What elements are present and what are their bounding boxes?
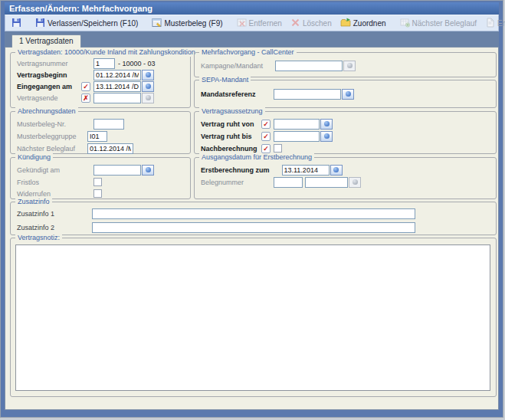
- field-row-gekuendigt-am: Gekündigt am: [11, 164, 190, 176]
- gekuendigt-am-dropdown-button[interactable]: [142, 165, 154, 176]
- vertragsnotiz-textarea[interactable]: [15, 244, 490, 391]
- vertragsende-input[interactable]: [93, 93, 141, 103]
- window-title: Erfassen/Ändern: Mehrfachvorgang: [9, 4, 152, 13]
- group-erstberechnung-title: Ausgangsdatum für Erstberechnung: [199, 153, 314, 162]
- dropdown-sphere-icon: [324, 133, 330, 139]
- kampagne-mandant-input[interactable]: [275, 61, 343, 71]
- widerrufen-checkbox[interactable]: [93, 189, 102, 198]
- field-row-vertragsbeginn: Vertragsbeginn: [11, 69, 190, 80]
- dropdown-sphere-icon: [146, 72, 151, 77]
- dropdown-sphere-icon: [353, 179, 358, 185]
- next-beleglauf-icon: [400, 18, 410, 29]
- naechster-beleglauf-label: Nächster Beleglauf: [412, 19, 477, 28]
- nachberechnung-checkbox[interactable]: [274, 144, 282, 153]
- musterbeleg-form-icon: [152, 18, 162, 29]
- group-callcenter: Mehrfachvorgang - CallCenter Kampagne/Ma…: [194, 52, 497, 77]
- vertragsbeginn-label: Vertragsbeginn: [17, 71, 81, 79]
- toolbar: Verlassen/Speichern (F10) Musterbeleg (F…: [5, 15, 499, 31]
- group-zusatzinfo: Zusatzinfo Zusatzinfo 1 Zusatzinfo 2: [10, 202, 497, 235]
- group-vertragsaussetzung-title: Vertragsaussetzung: [199, 107, 265, 116]
- erstberechnung-zum-label: Erstberechnung zum: [201, 166, 270, 174]
- field-row-naechster-beleglauf: Nächster Beleglauf: [11, 143, 190, 154]
- mandatsreferenz-input[interactable]: [274, 89, 341, 100]
- naechster-beleglauf-input[interactable]: [87, 143, 133, 154]
- group-callcenter-title: Mehrfachvorgang - CallCenter: [199, 48, 297, 57]
- dropdown-sphere-icon: [346, 91, 351, 97]
- date-set-check-icon[interactable]: ✓: [261, 144, 271, 153]
- erstberechnung-reset-label: Erstberechnung zurücksetzen: [497, 19, 505, 28]
- window-frame: Erfassen/Ändern: Mehrfachvorgang Verlass…: [0, 0, 503, 418]
- mandatsreferenz-dropdown-button[interactable]: [342, 89, 354, 100]
- vertrag-ruht-bis-dropdown-button[interactable]: [320, 131, 333, 142]
- delete-x-icon: [290, 18, 300, 29]
- nachberechnung-label: Nachberechnung: [201, 145, 261, 153]
- date-set-check-icon[interactable]: ✓: [261, 120, 271, 129]
- save-button[interactable]: [8, 16, 25, 31]
- dropdown-sphere-icon: [333, 167, 339, 172]
- gekuendigt-am-input[interactable]: [93, 165, 141, 176]
- belegnummer-combo-input[interactable]: [305, 177, 348, 188]
- tab-vertragsdaten[interactable]: 1 Vertragsdaten: [11, 34, 81, 48]
- dropdown-sphere-icon: [146, 95, 151, 100]
- erstberechnung-reset-button: Erstberechnung zurücksetzen: [481, 16, 505, 31]
- musterbeleg-label: Musterbeleg (F9): [164, 19, 222, 28]
- date-clear-cross-icon[interactable]: ✗: [81, 94, 90, 103]
- group-zusatzinfo-title: Zusatzinfo: [15, 198, 52, 206]
- leave-save-button[interactable]: Verlassen/Speichern (F10): [31, 16, 142, 31]
- dropdown-sphere-icon: [347, 63, 353, 68]
- mandatsreferenz-label: Mandatsreferenz: [201, 90, 261, 98]
- field-row-vertragsnummer: Vertragsnummer - 10000 - 03: [11, 57, 190, 69]
- zusatzinfo2-input[interactable]: [92, 222, 415, 233]
- field-row-ruht-von: Vertrag ruht von ✓: [195, 118, 496, 130]
- erstberechnung-zum-dropdown-button[interactable]: [330, 165, 343, 176]
- gekuendigt-am-label: Gekündigt am: [17, 166, 81, 174]
- loeschen-label: Löschen: [303, 19, 332, 28]
- group-vertragsdaten: Vertragsdaten: 10000/Kunde Inland mit Za…: [10, 52, 191, 108]
- group-abrechnungsdaten-title: Abrechnungsdaten: [15, 107, 78, 116]
- vertrag-ruht-bis-label: Vertrag ruht bis: [201, 133, 261, 140]
- vertragsende-dropdown-button: [142, 93, 154, 103]
- entfernen-label: Entfernen: [249, 19, 282, 28]
- field-row-erstberechnung-zum: Erstberechnung zum: [195, 164, 496, 176]
- vertragsnummer-label: Vertragsnummer: [17, 60, 81, 67]
- eingegangen-am-input[interactable]: [93, 81, 141, 92]
- save-icon: [11, 18, 21, 29]
- zuordnen-button[interactable]: Zuordnen: [336, 16, 390, 31]
- field-row-belegnummer: Belegnummer: [195, 176, 496, 188]
- field-row-zusatzinfo2: Zusatzinfo 2: [11, 221, 496, 233]
- assign-folder-icon: [340, 18, 351, 29]
- zusatzinfo2-label: Zusatzinfo 2: [17, 224, 92, 231]
- field-row-nachberechnung: Nachberechnung ✓: [195, 143, 496, 154]
- musterbeleggruppe-input[interactable]: [87, 131, 107, 142]
- group-vertragsdaten-title: Vertragsdaten: 10000/Kunde Inland mit Za…: [15, 48, 198, 57]
- fristlos-checkbox[interactable]: [93, 178, 102, 186]
- loeschen-button: Löschen: [287, 16, 336, 31]
- vertrag-ruht-von-dropdown-button[interactable]: [320, 119, 333, 130]
- dropdown-sphere-icon: [324, 121, 330, 126]
- entfernen-button: Entfernen: [233, 16, 286, 31]
- field-row-kampagne: Kampagne/Mandant: [195, 60, 496, 71]
- vertragsbeginn-input[interactable]: [93, 70, 141, 80]
- group-vertragsaussetzung: Vertragsaussetzung Vertrag ruht von ✓ Ve…: [194, 111, 497, 154]
- date-set-check-icon[interactable]: ✓: [261, 132, 271, 141]
- window-titlebar: Erfassen/Ändern: Mehrfachvorgang: [5, 2, 499, 15]
- vertrag-ruht-von-input[interactable]: [274, 119, 320, 130]
- kampagne-mandant-label: Kampagne/Mandant: [201, 62, 263, 70]
- field-row-musterbeleggruppe: Musterbeleggruppe: [11, 130, 190, 142]
- belegnummer-input[interactable]: [274, 177, 303, 188]
- eingegangen-am-dropdown-button[interactable]: [142, 81, 154, 92]
- vertragsnummer-input[interactable]: [93, 58, 115, 69]
- group-vertragsnotiz: Vertragsnotiz:: [10, 238, 497, 397]
- group-erstberechnung: Ausgangsdatum für Erstberechnung Erstber…: [194, 157, 497, 199]
- form-content: Vertragsdaten: 10000/Kunde Inland mit Za…: [5, 47, 499, 410]
- zuordnen-label: Zuordnen: [353, 19, 386, 28]
- musterbeleg-button[interactable]: Musterbeleg (F9): [148, 16, 226, 31]
- vertragsbeginn-dropdown-button[interactable]: [142, 70, 154, 80]
- group-kuendigung: Kündigung Gekündigt am Fristlos Widerruf…: [10, 157, 191, 199]
- vertrag-ruht-bis-input[interactable]: [274, 131, 320, 142]
- musterbeleggruppe-label: Musterbeleggruppe: [17, 133, 81, 140]
- date-set-check-icon[interactable]: ✓: [81, 82, 90, 91]
- zusatzinfo1-input[interactable]: [92, 208, 415, 219]
- musterbeleg-nr-input[interactable]: [93, 119, 124, 130]
- erstberechnung-zum-input[interactable]: [282, 165, 330, 176]
